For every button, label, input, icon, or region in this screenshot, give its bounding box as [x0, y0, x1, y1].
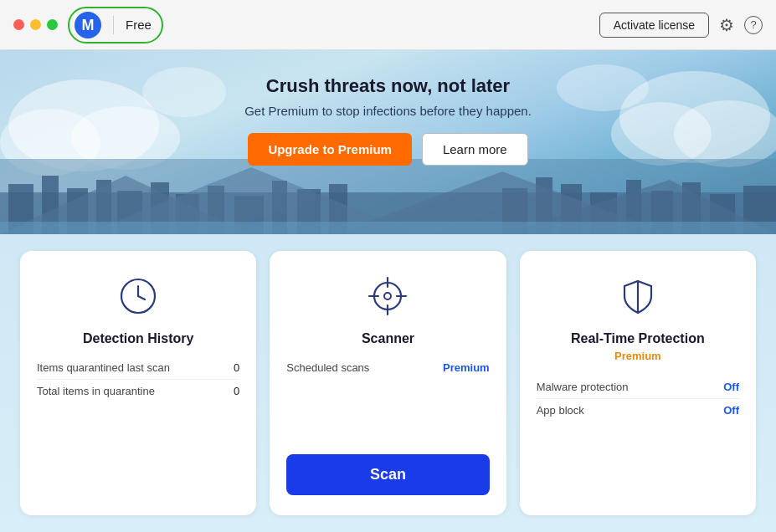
- help-button[interactable]: ?: [744, 16, 763, 34]
- svg-text:M: M: [82, 17, 95, 33]
- free-label: Free: [126, 18, 152, 32]
- clock-icon: [113, 271, 163, 321]
- real-time-protection-subtitle: Premium: [614, 350, 661, 362]
- logo-area: M Free: [68, 7, 163, 43]
- svg-point-42: [384, 293, 391, 299]
- real-time-protection-card: Real-Time Protection Premium Malware pro…: [520, 251, 756, 515]
- app-block-label: App block: [537, 404, 584, 417]
- total-quarantine-value: 0: [234, 385, 239, 397]
- table-row: App block Off: [537, 398, 739, 422]
- real-time-protection-title: Real-Time Protection: [571, 331, 705, 346]
- hero-subtext: Get Premium to stop infections before th…: [17, 104, 759, 118]
- detection-history-rows: Items quarantined last scan 0 Total item…: [37, 356, 239, 402]
- cityscape-decoration: [0, 159, 776, 234]
- title-bar: M Free Activate license ⚙ ?: [0, 0, 776, 50]
- shield-icon: [613, 271, 663, 321]
- crosshair-icon: [362, 271, 413, 321]
- title-bar-actions: Activate license ⚙ ?: [599, 13, 763, 38]
- activate-license-button[interactable]: Activate license: [599, 13, 709, 38]
- cards-section: Detection History Items quarantined last…: [0, 234, 776, 532]
- settings-button[interactable]: ⚙: [719, 15, 734, 35]
- scan-button[interactable]: Scan: [286, 454, 489, 495]
- logo-divider: [113, 16, 114, 34]
- quarantined-last-scan-label: Items quarantined last scan: [37, 361, 170, 374]
- total-quarantine-label: Total items in quarantine: [37, 385, 155, 397]
- svg-rect-37: [0, 222, 776, 234]
- hero-banner: Crush threats now, not later Get Premium…: [0, 50, 776, 234]
- traffic-lights: [13, 19, 58, 30]
- maximize-button[interactable]: [47, 19, 58, 30]
- table-row: Scheduled scans Premium: [286, 356, 489, 379]
- scheduled-scans-label: Scheduled scans: [286, 361, 369, 374]
- table-row: Items quarantined last scan 0: [37, 356, 239, 379]
- hero-headline: Crush threats now, not later: [17, 75, 759, 97]
- quarantined-last-scan-value: 0: [234, 361, 239, 374]
- scanner-rows: Scheduled scans Premium: [286, 356, 489, 379]
- app-block-value: Off: [723, 404, 739, 417]
- detection-history-card: Detection History Items quarantined last…: [20, 251, 256, 515]
- real-time-protection-rows: Malware protection Off App block Off: [537, 376, 739, 422]
- table-row: Malware protection Off: [537, 376, 739, 398]
- scanner-card: Scanner Scheduled scans Premium Scan: [270, 251, 506, 515]
- app-logo: M: [75, 12, 101, 38]
- scanner-title: Scanner: [362, 331, 414, 346]
- scheduled-scans-value: Premium: [443, 361, 490, 374]
- detection-history-title: Detection History: [83, 331, 193, 346]
- svg-line-40: [138, 296, 145, 299]
- malware-protection-value: Off: [723, 381, 739, 393]
- help-icon: ?: [744, 16, 763, 34]
- malware-protection-label: Malware protection: [537, 381, 629, 393]
- gear-icon: ⚙: [719, 15, 734, 35]
- upgrade-button[interactable]: Upgrade to Premium: [248, 133, 412, 166]
- minimize-button[interactable]: [30, 19, 41, 30]
- learn-more-button[interactable]: Learn more: [422, 133, 528, 166]
- hero-buttons: Upgrade to Premium Learn more: [17, 133, 759, 166]
- table-row: Total items in quarantine 0: [37, 379, 239, 402]
- close-button[interactable]: [13, 19, 24, 30]
